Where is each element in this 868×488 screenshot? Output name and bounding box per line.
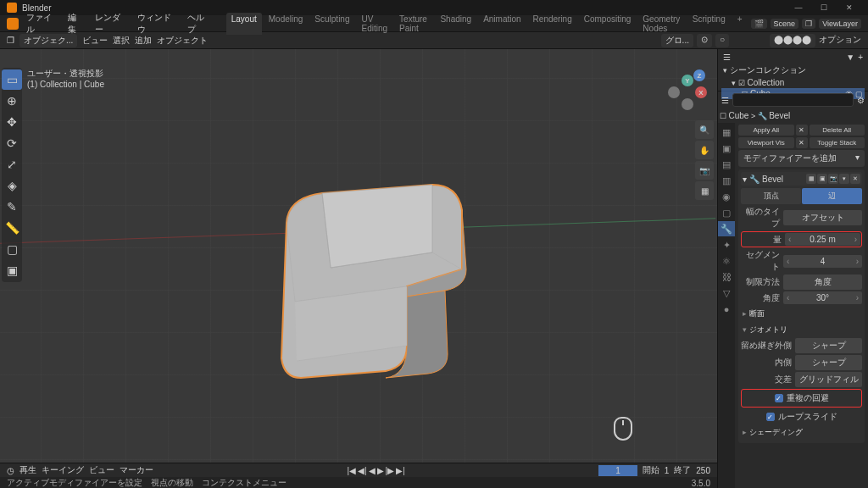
camera-icon[interactable]: 📷 xyxy=(695,161,714,180)
viewport-3d[interactable]: ▭ ⊕ ✥ ⟳ ⤢ ◈ ✎ 📏 ▢ ▣ ユーザー・透視投影 (1) Collec… xyxy=(0,49,717,488)
limit-value[interactable]: 角度 xyxy=(783,274,862,290)
tool-cursor[interactable]: ⊕ xyxy=(2,91,22,111)
shading-icon[interactable]: ⬤⬤⬤⬤ xyxy=(770,34,815,47)
miter-in-value[interactable]: シャープ xyxy=(795,355,862,370)
tool-measure[interactable]: 📏 xyxy=(2,218,22,238)
shading-section[interactable]: シェーディング xyxy=(741,424,862,441)
tab-texturepaint[interactable]: Texture Paint xyxy=(394,13,433,35)
affect-edge[interactable]: 辺 xyxy=(802,188,862,204)
tab-geomnodes[interactable]: Geometry Nodes xyxy=(637,13,685,35)
add-modifier-button[interactable]: モディファイアーを追加▾ xyxy=(738,150,865,167)
tab-world[interactable]: ◉ xyxy=(718,189,735,204)
realtime-icon[interactable]: ▣ xyxy=(817,174,827,184)
collection-row[interactable]: ▾ ☑ Collection xyxy=(721,77,865,88)
tab-modeling[interactable]: Modeling xyxy=(264,13,309,35)
end-frame[interactable]: 250 xyxy=(696,466,710,475)
filter-icon[interactable]: ▼ xyxy=(846,53,854,62)
loopslide-checkbox[interactable] xyxy=(766,413,775,421)
select-menu[interactable]: 選択 xyxy=(113,35,130,47)
jump-start-icon[interactable]: |◀ xyxy=(347,466,356,475)
tab-viewlayer[interactable]: ▤ xyxy=(718,157,735,172)
maximize-button[interactable]: ☐ xyxy=(812,1,836,14)
tool-addprim[interactable]: ▣ xyxy=(2,260,22,280)
view-menu-tl[interactable]: ビュー xyxy=(89,464,114,476)
prev-key-icon[interactable]: ◀| xyxy=(358,466,367,475)
viewport-vis-button[interactable]: Viewport Vis xyxy=(738,137,794,148)
menu-render[interactable]: レンダー xyxy=(91,10,130,37)
persp-icon[interactable]: ▦ xyxy=(695,181,714,200)
view-menu[interactable]: ビュー xyxy=(82,35,108,47)
scene-name[interactable]: Scene xyxy=(771,19,799,29)
tab-rendering[interactable]: Rendering xyxy=(528,13,577,35)
tool-annotate[interactable]: ✎ xyxy=(2,197,22,217)
tab-shading[interactable]: Shading xyxy=(435,13,476,35)
marker-menu[interactable]: マーカー xyxy=(120,464,153,476)
tab-material[interactable]: ● xyxy=(718,302,735,317)
tool-select[interactable]: ▭ xyxy=(2,69,22,90)
profile-section[interactable]: 断面 xyxy=(741,306,862,322)
playback-menu[interactable]: 再生 xyxy=(19,464,36,476)
outliner-icon[interactable]: ☰ xyxy=(723,53,731,62)
snap-icon[interactable]: ⊙ xyxy=(697,34,712,47)
menu-edit[interactable]: 編集 xyxy=(64,10,87,37)
crumb-mod[interactable]: Bevel xyxy=(769,111,790,120)
render-vis-icon[interactable]: 📷 xyxy=(828,174,838,184)
apply-all-button[interactable]: Apply All xyxy=(738,125,794,136)
close-mod-icon[interactable]: ✕ xyxy=(850,174,860,184)
geometry-section[interactable]: ジオメトリ xyxy=(741,322,862,338)
toggle-x-icon[interactable]: ✕ xyxy=(796,137,808,148)
tab-data[interactable]: ▽ xyxy=(718,286,735,301)
crumb-obj[interactable]: Cube xyxy=(729,111,749,120)
intersect-value[interactable]: グリッドフィル xyxy=(795,372,862,387)
seg-value[interactable]: 4 xyxy=(783,255,862,268)
start-frame[interactable]: 1 xyxy=(665,466,670,475)
tool-move[interactable]: ✥ xyxy=(2,112,22,132)
affect-vertex[interactable]: 頂点 xyxy=(741,188,801,204)
axis-neg2-icon[interactable] xyxy=(682,98,693,110)
axis-z-icon[interactable]: Z xyxy=(693,69,705,81)
tab-physics[interactable]: ⚛ xyxy=(718,253,735,269)
options-icon[interactable]: ⚙ xyxy=(857,96,865,105)
add-menu[interactable]: 追加 xyxy=(135,35,152,47)
mode-select[interactable]: オブジェク... xyxy=(19,34,77,47)
toggle-stack-button[interactable]: Toggle Stack xyxy=(810,137,865,148)
tab-particles[interactable]: ✦ xyxy=(718,237,735,252)
nav-gizmo[interactable]: Y X Z xyxy=(668,75,707,114)
zoom-icon[interactable]: 🔍 xyxy=(695,120,714,139)
jump-end-icon[interactable]: ▶| xyxy=(396,466,405,475)
menu-file[interactable]: ファイル xyxy=(22,10,61,37)
tab-object[interactable]: ▢ xyxy=(718,205,735,220)
play-icon[interactable]: ▶ xyxy=(377,466,384,475)
play-rev-icon[interactable]: ◀ xyxy=(369,466,376,475)
mesh-object[interactable] xyxy=(271,168,509,405)
menu-window[interactable]: ウィンドウ xyxy=(133,10,180,37)
collapse-icon[interactable]: ▾ xyxy=(743,175,747,184)
clamp-checkbox[interactable] xyxy=(775,394,783,402)
search-input[interactable] xyxy=(732,93,854,107)
tab-constraints[interactable]: ⛓ xyxy=(718,269,735,285)
tab-render[interactable]: ▦ xyxy=(718,125,735,140)
tab-scripting[interactable]: Scripting xyxy=(687,13,731,35)
close-button[interactable]: ✕ xyxy=(837,1,861,14)
orientation-select[interactable]: グロ... xyxy=(661,34,693,47)
pan-icon[interactable]: ✋ xyxy=(695,141,714,159)
proportional-icon[interactable]: ○ xyxy=(715,34,729,47)
next-key-icon[interactable]: |▶ xyxy=(386,466,395,475)
timeline-editor-icon[interactable]: ◷ xyxy=(7,466,14,475)
delete-all-button[interactable]: Delete All xyxy=(810,125,865,136)
axis-neg-icon[interactable] xyxy=(668,86,680,98)
tab-animation[interactable]: Animation xyxy=(478,13,526,35)
editor-type-icon[interactable]: ❐ xyxy=(7,36,14,45)
scene-collection-row[interactable]: ▾ シーンコレクション xyxy=(721,64,865,77)
object-menu[interactable]: オブジェクト xyxy=(157,35,208,47)
minimize-button[interactable]: ― xyxy=(787,1,810,14)
bevel-name[interactable]: Bevel xyxy=(762,175,783,184)
new-collection-icon[interactable]: + xyxy=(858,53,863,62)
keying-menu[interactable]: キーイング xyxy=(42,464,84,476)
tab-output[interactable]: ▣ xyxy=(718,141,735,156)
viewlayer-name[interactable]: ViewLayer xyxy=(819,19,861,29)
axis-y-icon[interactable]: Y xyxy=(682,75,693,86)
apply-x-icon[interactable]: ✕ xyxy=(796,125,808,136)
tab-compositing[interactable]: Compositing xyxy=(579,13,637,35)
tab-scene[interactable]: ▥ xyxy=(718,173,735,188)
